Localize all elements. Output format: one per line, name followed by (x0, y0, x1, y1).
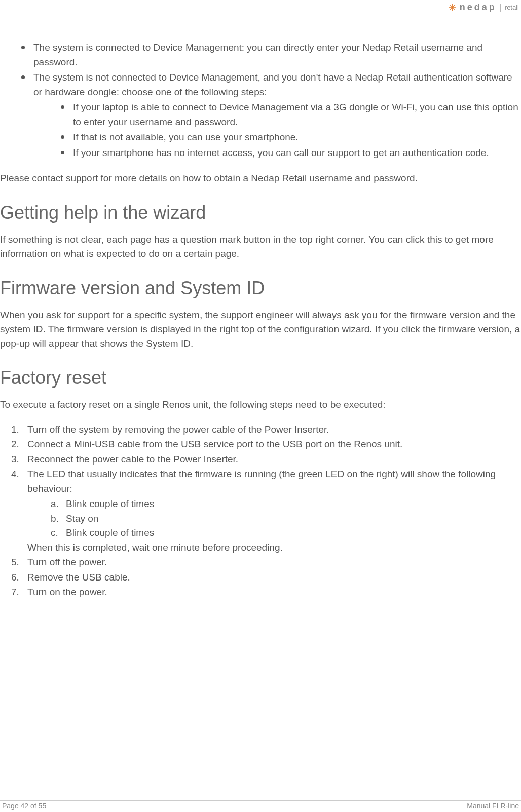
page-number: Page 42 of 55 (2, 802, 46, 810)
star-icon: ✳ (448, 3, 457, 13)
factory-steps: Turn off the system by removing the powe… (11, 422, 521, 600)
list-item: If your smartphone has no internet acces… (58, 146, 521, 161)
heading-factory-reset: Factory reset (0, 367, 521, 389)
list-item: The LED that usually indicates that the … (11, 467, 521, 555)
list-item: Reconnect the power cable to the Power I… (11, 452, 521, 467)
intro-bullets: The system is connected to Device Manage… (18, 41, 521, 160)
intro-sub-bullets: If your laptop is able to connect to Dev… (58, 100, 521, 160)
heading-getting-help: Getting help in the wizard (0, 202, 521, 223)
list-item: Turn off the power. (11, 555, 521, 570)
list-item-text: The system is not connected to Device Ma… (33, 72, 512, 97)
logo-suffix: retail (505, 4, 519, 11)
contact-text: Please contact support for more details … (0, 171, 521, 186)
list-item: Turn on the power. (11, 585, 521, 600)
document-title: Manual FLR-line (467, 802, 519, 810)
page-content: The system is connected to Device Manage… (0, 0, 521, 600)
list-item: The system is connected to Device Manage… (18, 41, 521, 69)
list-item: If your laptop is able to connect to Dev… (58, 100, 521, 129)
list-item: Stay on (51, 512, 521, 526)
intro-factory-reset: To execute a factory reset on a single R… (0, 398, 521, 412)
list-item: Blink couple of times (51, 526, 521, 540)
list-item: The system is not connected to Device Ma… (18, 70, 521, 160)
body-firmware: When you ask for support for a specific … (0, 308, 521, 352)
logo-divider: | (500, 3, 502, 12)
step4-after: When this is completed, wait one minute … (27, 540, 521, 555)
body-getting-help: If something is not clear, each page has… (0, 233, 521, 261)
step-text: The LED that usually indicates that the … (27, 469, 496, 494)
list-item: Turn off the system by removing the powe… (11, 422, 521, 437)
list-item: Remove the USB cable. (11, 570, 521, 585)
page-footer: Page 42 of 55 Manual FLR-line (0, 800, 521, 810)
list-item: If that is not available, you can use yo… (58, 130, 521, 145)
list-item: Blink couple of times (51, 497, 521, 512)
heading-firmware: Firmware version and System ID (0, 278, 521, 299)
list-item: Connect a Mini-USB cable from the USB se… (11, 437, 521, 452)
header-logo: ✳ nedap | retail (448, 2, 519, 13)
logo-brand: nedap (460, 2, 497, 13)
led-behaviour: Blink couple of times Stay on Blink coup… (51, 497, 521, 540)
